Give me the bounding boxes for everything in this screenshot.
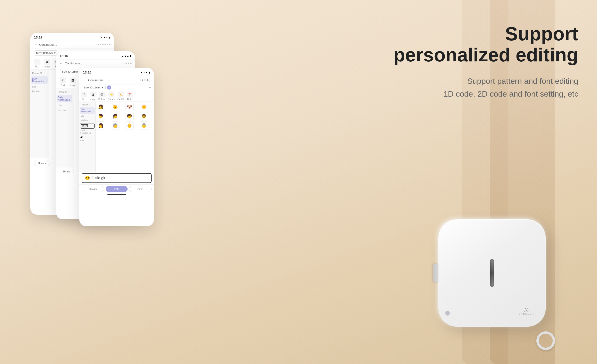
toolbar-image-2[interactable]: 🖼 Image bbox=[70, 78, 76, 87]
tb-text[interactable]: T Text bbox=[81, 91, 87, 101]
s2-dot-2 bbox=[128, 63, 129, 64]
face-10[interactable]: 🧓 bbox=[111, 121, 119, 130]
printer-body: 又 LABELER bbox=[439, 219, 546, 327]
face-4[interactable]: 😺 bbox=[140, 103, 148, 111]
tb-date[interactable]: 📅 Date bbox=[127, 91, 133, 101]
toolbar-image-1[interactable]: 🖼 Image bbox=[44, 59, 50, 68]
footer-btns: History Print Save bbox=[79, 184, 154, 193]
s2-dot-1 bbox=[126, 63, 127, 64]
face-8[interactable]: 👨 bbox=[140, 112, 148, 120]
nav-title-2: Continuous... bbox=[65, 62, 83, 65]
printer-device: 又 LABELER bbox=[439, 219, 560, 341]
nav-dot-1 bbox=[97, 44, 99, 45]
grf-lbl-3: Graffiti bbox=[118, 98, 124, 101]
printer-power-button[interactable] bbox=[445, 311, 450, 315]
size-selector-3[interactable]: Size:30*15mm ▼ bbox=[82, 85, 106, 90]
face-preview-icon: 😊 bbox=[85, 175, 90, 181]
face-7[interactable]: 🧒 bbox=[125, 112, 134, 120]
img-icon-3: 🖼 bbox=[90, 91, 96, 97]
text-icon-2: T bbox=[60, 78, 66, 84]
tb-bubble[interactable]: 💬 Bubble bbox=[98, 91, 106, 101]
tb-image[interactable]: 🖼 Image bbox=[90, 91, 96, 101]
sidebar-daily-1[interactable]: Daily Necessities bbox=[31, 76, 48, 84]
expand-icon[interactable]: + bbox=[107, 85, 111, 90]
print-btn-3[interactable]: Print bbox=[106, 186, 128, 192]
soap-icon: SOAP bbox=[81, 124, 88, 127]
face-5[interactable]: 👦 bbox=[96, 112, 105, 120]
home-indicator-3 bbox=[107, 194, 126, 195]
stk-lbl-3: Sticker bbox=[108, 98, 115, 101]
bbl-icon-3: 💬 bbox=[99, 91, 105, 97]
tb-sticker[interactable]: ⭐ Sticker bbox=[108, 91, 115, 101]
bbl-lbl-3: Bubble bbox=[98, 98, 106, 101]
history-btn-2[interactable]: History bbox=[60, 169, 74, 174]
nav-dot-6 bbox=[109, 44, 110, 45]
s2-dot-3 bbox=[130, 63, 132, 64]
toolbar-text-2[interactable]: T Text bbox=[60, 78, 66, 87]
nav-title-1: Continuous... bbox=[39, 43, 57, 47]
wifi-icon-2: ▲▲▲ bbox=[121, 55, 129, 57]
s3-daily[interactable]: Daily Necessities bbox=[80, 107, 95, 114]
full-toolbar: T Text 🖼 Image 💬 Bubble ⭐ Sticker ✏️ Gra… bbox=[79, 91, 154, 102]
battery-icon-1: ▮ bbox=[109, 36, 110, 39]
img-lbl-3: Image bbox=[90, 98, 96, 101]
face-12[interactable]: 👵 bbox=[140, 121, 148, 130]
grf-icon-3: ✏️ bbox=[118, 91, 124, 97]
screen1-time: 13:17 bbox=[34, 35, 42, 39]
back-arrow-2[interactable]: ← bbox=[60, 61, 63, 65]
screen2-time: 13:16 bbox=[60, 54, 68, 58]
printer-slot bbox=[490, 259, 494, 287]
more-icon[interactable]: ⋮ bbox=[150, 111, 153, 115]
subtitle-line1: Support pattern and font editing bbox=[392, 75, 578, 87]
s3-action-2[interactable]: ⊕ bbox=[146, 78, 150, 82]
tb-graffiti[interactable]: ✏️ Graffiti bbox=[118, 91, 124, 101]
s2-kitchen[interactable]: Kitchen bbox=[57, 108, 72, 113]
s3-use[interactable]: Use bbox=[80, 114, 95, 118]
sidebar-kitchen-1[interactable]: Kitchen bbox=[31, 89, 48, 94]
printer-cord bbox=[536, 331, 555, 350]
face-9[interactable]: 👩 bbox=[96, 121, 105, 130]
save-btn-3[interactable]: Save bbox=[129, 186, 152, 192]
back-arrow-3[interactable]: ← bbox=[83, 78, 86, 82]
back-arrow-1[interactable]: ← bbox=[34, 43, 37, 47]
printer-logo: 又 LABELER bbox=[519, 308, 534, 315]
right-content-section: Support personalized editing Support pat… bbox=[392, 23, 578, 100]
nav-dot-2 bbox=[100, 44, 101, 45]
face-11[interactable]: 👴 bbox=[125, 121, 134, 130]
text-label-2: Text bbox=[61, 84, 65, 87]
collapse-icon[interactable]: ▼ bbox=[148, 86, 152, 89]
s3-action-1[interactable]: ☺ bbox=[140, 78, 145, 82]
s3-frame01[interactable]: Frame 01 bbox=[80, 103, 95, 107]
s2-frame01[interactable]: Frame 01 bbox=[57, 90, 72, 95]
phone-area: 13:17 ▲▲▲ ▮ ← Continuous... Size:30*15mm… bbox=[23, 14, 187, 341]
text-tool-icon: T bbox=[34, 59, 40, 65]
size-selector-1[interactable]: Size:30*15mm ▼ bbox=[34, 50, 58, 55]
s3-kitchen[interactable]: Kitchen bbox=[80, 118, 95, 122]
face-6[interactable]: 👧 bbox=[111, 112, 119, 120]
printer-side-button[interactable] bbox=[433, 264, 439, 282]
eye-icon: 👁 bbox=[80, 135, 95, 139]
s3-icon-label: icon bbox=[80, 139, 95, 142]
screen3-time: 13:16 bbox=[83, 71, 91, 74]
history-btn-1[interactable]: History bbox=[34, 160, 50, 166]
battery-icon-2: ▮ bbox=[130, 55, 132, 58]
face-3[interactable]: 🐶 bbox=[125, 103, 134, 111]
toolbar-text-1[interactable]: T Text bbox=[34, 59, 40, 68]
sidebar-frame01-1[interactable]: Frame 01 bbox=[31, 71, 48, 76]
dt-lbl-3: Date bbox=[127, 98, 132, 101]
soap-sticker: SOAP bbox=[80, 123, 95, 129]
s2-daily[interactable]: Daily Necessities bbox=[57, 95, 72, 103]
nav-title-3: Continuous... bbox=[88, 79, 106, 82]
page-title: Support personalized editing bbox=[392, 23, 578, 65]
brand-name: LABELER bbox=[519, 312, 534, 315]
sidebar-sale-1[interactable]: sale bbox=[31, 84, 48, 89]
nav-dot-5 bbox=[107, 44, 108, 45]
battery-icon-3: ▮ bbox=[149, 71, 150, 74]
phone-screen-3: 13:16 ▲▲▲ ▮ ← Continuous... ☺ ⊕ Size:30*… bbox=[79, 68, 154, 226]
history-btn-3[interactable]: History bbox=[82, 186, 104, 192]
toolbar-image-label: Image bbox=[44, 65, 50, 68]
face-1[interactable]: 👧 bbox=[96, 103, 105, 111]
face-2[interactable]: 🐱 bbox=[111, 103, 119, 111]
image-tool-icon: 🖼 bbox=[44, 59, 50, 65]
s2-use[interactable]: Use bbox=[57, 103, 72, 108]
